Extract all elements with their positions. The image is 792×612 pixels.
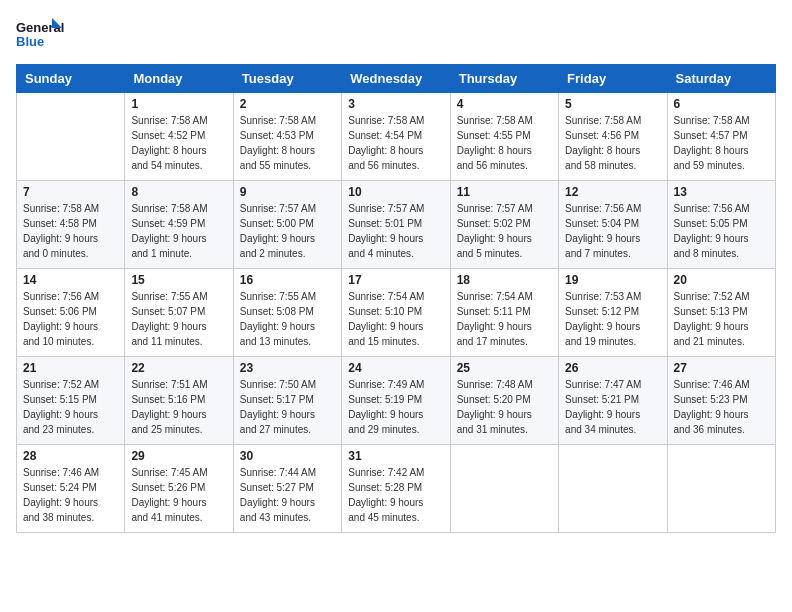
day-header-tuesday: Tuesday [233, 65, 341, 93]
logo-svg: GeneralBlue [16, 16, 64, 52]
day-info: Sunrise: 7:46 AM Sunset: 5:24 PM Dayligh… [23, 465, 118, 525]
day-number: 21 [23, 361, 118, 375]
calendar-cell: 5Sunrise: 7:58 AM Sunset: 4:56 PM Daylig… [559, 93, 667, 181]
day-info: Sunrise: 7:56 AM Sunset: 5:05 PM Dayligh… [674, 201, 769, 261]
calendar-cell: 12Sunrise: 7:56 AM Sunset: 5:04 PM Dayli… [559, 181, 667, 269]
day-info: Sunrise: 7:54 AM Sunset: 5:11 PM Dayligh… [457, 289, 552, 349]
svg-text:Blue: Blue [16, 34, 44, 49]
day-number: 12 [565, 185, 660, 199]
day-number: 14 [23, 273, 118, 287]
day-header-thursday: Thursday [450, 65, 558, 93]
day-number: 4 [457, 97, 552, 111]
day-info: Sunrise: 7:46 AM Sunset: 5:23 PM Dayligh… [674, 377, 769, 437]
day-number: 8 [131, 185, 226, 199]
calendar-cell: 7Sunrise: 7:58 AM Sunset: 4:58 PM Daylig… [17, 181, 125, 269]
calendar-cell: 18Sunrise: 7:54 AM Sunset: 5:11 PM Dayli… [450, 269, 558, 357]
day-info: Sunrise: 7:52 AM Sunset: 5:15 PM Dayligh… [23, 377, 118, 437]
calendar-cell: 10Sunrise: 7:57 AM Sunset: 5:01 PM Dayli… [342, 181, 450, 269]
day-number: 17 [348, 273, 443, 287]
calendar-cell [667, 445, 775, 533]
calendar-cell: 8Sunrise: 7:58 AM Sunset: 4:59 PM Daylig… [125, 181, 233, 269]
day-info: Sunrise: 7:53 AM Sunset: 5:12 PM Dayligh… [565, 289, 660, 349]
week-row-4: 21Sunrise: 7:52 AM Sunset: 5:15 PM Dayli… [17, 357, 776, 445]
day-info: Sunrise: 7:56 AM Sunset: 5:06 PM Dayligh… [23, 289, 118, 349]
calendar-cell: 30Sunrise: 7:44 AM Sunset: 5:27 PM Dayli… [233, 445, 341, 533]
calendar-cell: 16Sunrise: 7:55 AM Sunset: 5:08 PM Dayli… [233, 269, 341, 357]
calendar-cell: 11Sunrise: 7:57 AM Sunset: 5:02 PM Dayli… [450, 181, 558, 269]
calendar-cell: 29Sunrise: 7:45 AM Sunset: 5:26 PM Dayli… [125, 445, 233, 533]
day-info: Sunrise: 7:58 AM Sunset: 4:58 PM Dayligh… [23, 201, 118, 261]
calendar-cell [17, 93, 125, 181]
logo: GeneralBlue [16, 16, 64, 52]
day-info: Sunrise: 7:55 AM Sunset: 5:08 PM Dayligh… [240, 289, 335, 349]
day-info: Sunrise: 7:45 AM Sunset: 5:26 PM Dayligh… [131, 465, 226, 525]
calendar-cell: 24Sunrise: 7:49 AM Sunset: 5:19 PM Dayli… [342, 357, 450, 445]
calendar-cell [450, 445, 558, 533]
day-header-saturday: Saturday [667, 65, 775, 93]
calendar-cell: 2Sunrise: 7:58 AM Sunset: 4:53 PM Daylig… [233, 93, 341, 181]
day-info: Sunrise: 7:51 AM Sunset: 5:16 PM Dayligh… [131, 377, 226, 437]
day-number: 24 [348, 361, 443, 375]
day-info: Sunrise: 7:58 AM Sunset: 4:52 PM Dayligh… [131, 113, 226, 173]
day-info: Sunrise: 7:52 AM Sunset: 5:13 PM Dayligh… [674, 289, 769, 349]
day-info: Sunrise: 7:48 AM Sunset: 5:20 PM Dayligh… [457, 377, 552, 437]
day-number: 6 [674, 97, 769, 111]
day-number: 30 [240, 449, 335, 463]
calendar-cell: 6Sunrise: 7:58 AM Sunset: 4:57 PM Daylig… [667, 93, 775, 181]
day-info: Sunrise: 7:58 AM Sunset: 4:55 PM Dayligh… [457, 113, 552, 173]
day-number: 2 [240, 97, 335, 111]
week-row-2: 7Sunrise: 7:58 AM Sunset: 4:58 PM Daylig… [17, 181, 776, 269]
day-info: Sunrise: 7:50 AM Sunset: 5:17 PM Dayligh… [240, 377, 335, 437]
calendar-cell: 20Sunrise: 7:52 AM Sunset: 5:13 PM Dayli… [667, 269, 775, 357]
day-header-friday: Friday [559, 65, 667, 93]
day-number: 11 [457, 185, 552, 199]
calendar-cell: 21Sunrise: 7:52 AM Sunset: 5:15 PM Dayli… [17, 357, 125, 445]
calendar-cell: 13Sunrise: 7:56 AM Sunset: 5:05 PM Dayli… [667, 181, 775, 269]
day-number: 29 [131, 449, 226, 463]
day-number: 20 [674, 273, 769, 287]
day-number: 1 [131, 97, 226, 111]
day-number: 16 [240, 273, 335, 287]
day-number: 27 [674, 361, 769, 375]
day-info: Sunrise: 7:47 AM Sunset: 5:21 PM Dayligh… [565, 377, 660, 437]
day-info: Sunrise: 7:56 AM Sunset: 5:04 PM Dayligh… [565, 201, 660, 261]
day-info: Sunrise: 7:58 AM Sunset: 4:57 PM Dayligh… [674, 113, 769, 173]
day-info: Sunrise: 7:58 AM Sunset: 4:53 PM Dayligh… [240, 113, 335, 173]
day-info: Sunrise: 7:44 AM Sunset: 5:27 PM Dayligh… [240, 465, 335, 525]
day-number: 3 [348, 97, 443, 111]
calendar-cell: 22Sunrise: 7:51 AM Sunset: 5:16 PM Dayli… [125, 357, 233, 445]
week-row-1: 1Sunrise: 7:58 AM Sunset: 4:52 PM Daylig… [17, 93, 776, 181]
calendar-cell: 27Sunrise: 7:46 AM Sunset: 5:23 PM Dayli… [667, 357, 775, 445]
header-row: SundayMondayTuesdayWednesdayThursdayFrid… [17, 65, 776, 93]
calendar-cell: 23Sunrise: 7:50 AM Sunset: 5:17 PM Dayli… [233, 357, 341, 445]
day-number: 25 [457, 361, 552, 375]
calendar-cell: 31Sunrise: 7:42 AM Sunset: 5:28 PM Dayli… [342, 445, 450, 533]
day-info: Sunrise: 7:57 AM Sunset: 5:02 PM Dayligh… [457, 201, 552, 261]
calendar-cell: 14Sunrise: 7:56 AM Sunset: 5:06 PM Dayli… [17, 269, 125, 357]
calendar-cell: 3Sunrise: 7:58 AM Sunset: 4:54 PM Daylig… [342, 93, 450, 181]
week-row-5: 28Sunrise: 7:46 AM Sunset: 5:24 PM Dayli… [17, 445, 776, 533]
day-info: Sunrise: 7:57 AM Sunset: 5:00 PM Dayligh… [240, 201, 335, 261]
day-number: 23 [240, 361, 335, 375]
day-info: Sunrise: 7:55 AM Sunset: 5:07 PM Dayligh… [131, 289, 226, 349]
calendar-cell: 4Sunrise: 7:58 AM Sunset: 4:55 PM Daylig… [450, 93, 558, 181]
calendar-cell: 1Sunrise: 7:58 AM Sunset: 4:52 PM Daylig… [125, 93, 233, 181]
calendar-table: SundayMondayTuesdayWednesdayThursdayFrid… [16, 64, 776, 533]
day-number: 19 [565, 273, 660, 287]
day-info: Sunrise: 7:58 AM Sunset: 4:59 PM Dayligh… [131, 201, 226, 261]
day-number: 15 [131, 273, 226, 287]
week-row-3: 14Sunrise: 7:56 AM Sunset: 5:06 PM Dayli… [17, 269, 776, 357]
day-number: 13 [674, 185, 769, 199]
calendar-cell [559, 445, 667, 533]
calendar-cell: 15Sunrise: 7:55 AM Sunset: 5:07 PM Dayli… [125, 269, 233, 357]
day-header-monday: Monday [125, 65, 233, 93]
calendar-cell: 28Sunrise: 7:46 AM Sunset: 5:24 PM Dayli… [17, 445, 125, 533]
day-number: 10 [348, 185, 443, 199]
day-info: Sunrise: 7:58 AM Sunset: 4:56 PM Dayligh… [565, 113, 660, 173]
day-info: Sunrise: 7:54 AM Sunset: 5:10 PM Dayligh… [348, 289, 443, 349]
calendar-cell: 17Sunrise: 7:54 AM Sunset: 5:10 PM Dayli… [342, 269, 450, 357]
day-number: 5 [565, 97, 660, 111]
calendar-cell: 9Sunrise: 7:57 AM Sunset: 5:00 PM Daylig… [233, 181, 341, 269]
day-info: Sunrise: 7:42 AM Sunset: 5:28 PM Dayligh… [348, 465, 443, 525]
day-number: 31 [348, 449, 443, 463]
